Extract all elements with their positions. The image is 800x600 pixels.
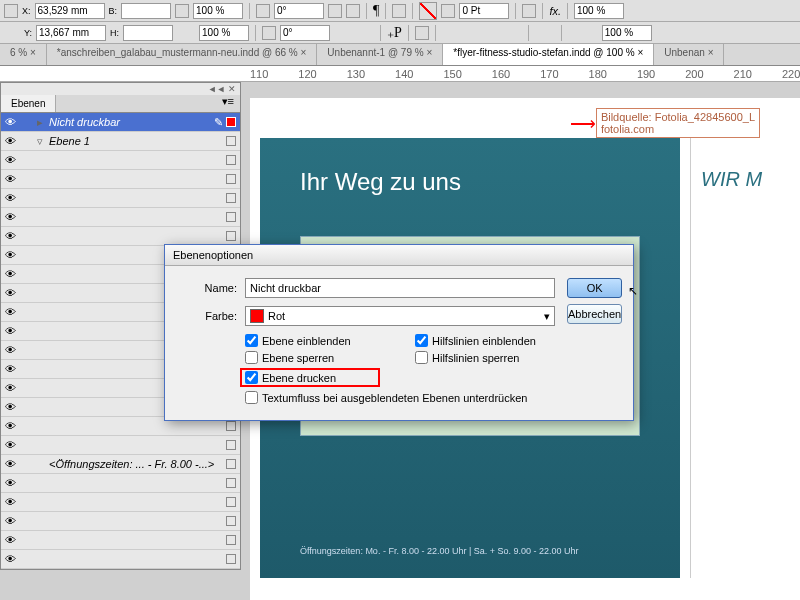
- visibility-toggle-icon[interactable]: 👁: [1, 211, 19, 223]
- distribute-icon[interactable]: [415, 26, 429, 40]
- angle1-input[interactable]: [274, 3, 324, 19]
- selection-square-icon[interactable]: [226, 459, 236, 469]
- visibility-toggle-icon[interactable]: 👁: [1, 173, 19, 185]
- layer-row[interactable]: 👁: [1, 436, 240, 455]
- corner-icon[interactable]: [522, 4, 536, 18]
- selection-square-icon[interactable]: [226, 155, 236, 165]
- visibility-toggle-icon[interactable]: 👁: [1, 154, 19, 166]
- x-input[interactable]: [35, 3, 105, 19]
- selection-square-icon[interactable]: [226, 117, 236, 127]
- panel-menu-icon[interactable]: ▾≡: [216, 95, 240, 112]
- lock-guides-check[interactable]: [415, 351, 428, 364]
- fx-icon[interactable]: fx.: [549, 5, 561, 17]
- visibility-toggle-icon[interactable]: 👁: [1, 116, 19, 128]
- layer-name-input[interactable]: [245, 278, 555, 298]
- dialog-titlebar[interactable]: Ebenenoptionen: [165, 245, 633, 266]
- shear-icon[interactable]: [262, 26, 276, 40]
- visibility-toggle-icon[interactable]: 👁: [1, 553, 19, 565]
- rotate-icon[interactable]: [256, 4, 270, 18]
- selection-square-icon[interactable]: [226, 193, 236, 203]
- lock-layer-check[interactable]: [245, 351, 258, 364]
- suppress-textwrap-check[interactable]: [245, 391, 258, 404]
- layer-row[interactable]: 👁▸Nicht druckbar✎: [1, 113, 240, 132]
- document-tab[interactable]: *flyer-fitness-studio-stefan.indd @ 100 …: [443, 44, 654, 65]
- disclosure-icon[interactable]: ▸: [33, 116, 47, 129]
- wpct-input[interactable]: [193, 3, 243, 19]
- visibility-toggle-icon[interactable]: 👁: [1, 420, 19, 432]
- visibility-toggle-icon[interactable]: 👁: [1, 325, 19, 337]
- ok-button[interactable]: OK ↖: [567, 278, 622, 298]
- selection-square-icon[interactable]: [226, 231, 236, 241]
- layer-row[interactable]: 👁: [1, 493, 240, 512]
- flip-h-icon[interactable]: [328, 4, 342, 18]
- stroke-swap-icon[interactable]: [441, 4, 455, 18]
- layer-row[interactable]: 👁▿Ebene 1: [1, 132, 240, 151]
- image-source-box[interactable]: Bildquelle: Fotolia_42845600_L fotolia.c…: [596, 108, 760, 138]
- document-tab[interactable]: Unbenannt-1 @ 79 % ×: [317, 44, 443, 65]
- visibility-toggle-icon[interactable]: 👁: [1, 496, 19, 508]
- visibility-toggle-icon[interactable]: 👁: [1, 135, 19, 147]
- paragraph-icon[interactable]: ¶: [373, 3, 379, 19]
- layer-row[interactable]: 👁: [1, 208, 240, 227]
- selection-square-icon[interactable]: [226, 212, 236, 222]
- h-input[interactable]: [123, 25, 173, 41]
- flip-v-icon[interactable]: [346, 4, 360, 18]
- document-tab[interactable]: Unbenan ×: [654, 44, 724, 65]
- visibility-toggle-icon[interactable]: 👁: [1, 363, 19, 375]
- cancel-button[interactable]: Abbrechen: [567, 304, 622, 324]
- w-input[interactable]: [121, 3, 171, 19]
- document-tab[interactable]: 6 % ×: [0, 44, 47, 65]
- show-layer-check[interactable]: [245, 334, 258, 347]
- visibility-toggle-icon[interactable]: 👁: [1, 534, 19, 546]
- selection-square-icon[interactable]: [226, 421, 236, 431]
- layer-row[interactable]: 👁<Öffnungszeiten: ... - Fr. 8.00 -...>: [1, 455, 240, 474]
- selection-square-icon[interactable]: [226, 497, 236, 507]
- visibility-toggle-icon[interactable]: 👁: [1, 439, 19, 451]
- visibility-toggle-icon[interactable]: 👁: [1, 401, 19, 413]
- disclosure-icon[interactable]: ▿: [33, 135, 47, 148]
- visibility-toggle-icon[interactable]: 👁: [1, 477, 19, 489]
- opacity-input[interactable]: [574, 3, 624, 19]
- hpct-input[interactable]: [199, 25, 249, 41]
- page-right[interactable]: WIR M: [690, 138, 800, 578]
- visibility-toggle-icon[interactable]: 👁: [1, 382, 19, 394]
- layers-panel-tab[interactable]: Ebenen: [1, 95, 56, 112]
- angle2-input[interactable]: [280, 25, 330, 41]
- layer-row[interactable]: 👁: [1, 170, 240, 189]
- visibility-toggle-icon[interactable]: 👁: [1, 306, 19, 318]
- fill-none-icon[interactable]: [419, 2, 437, 20]
- layer-row[interactable]: 👁: [1, 512, 240, 531]
- selection-square-icon[interactable]: [226, 174, 236, 184]
- selection-square-icon[interactable]: [226, 478, 236, 488]
- opacity2-input[interactable]: [602, 25, 652, 41]
- layer-row[interactable]: 👁: [1, 151, 240, 170]
- selection-square-icon[interactable]: [226, 554, 236, 564]
- y-input[interactable]: [36, 25, 106, 41]
- visibility-toggle-icon[interactable]: 👁: [1, 458, 19, 470]
- layer-row[interactable]: 👁: [1, 474, 240, 493]
- visibility-toggle-icon[interactable]: 👁: [1, 344, 19, 356]
- visibility-toggle-icon[interactable]: 👁: [1, 230, 19, 242]
- selection-square-icon[interactable]: [226, 516, 236, 526]
- anchor-icon[interactable]: [4, 4, 18, 18]
- visibility-toggle-icon[interactable]: 👁: [1, 515, 19, 527]
- document-tab[interactable]: *anschreiben_galabau_mustermann-neu.indd…: [47, 44, 317, 65]
- visibility-toggle-icon[interactable]: 👁: [1, 268, 19, 280]
- stroke-input[interactable]: [459, 3, 509, 19]
- layer-row[interactable]: 👁: [1, 550, 240, 569]
- p-style-icon[interactable]: ₊P: [387, 24, 402, 41]
- color-select[interactable]: Rot ▾: [245, 306, 555, 326]
- selection-square-icon[interactable]: [226, 535, 236, 545]
- visibility-toggle-icon[interactable]: 👁: [1, 192, 19, 204]
- show-guides-check[interactable]: [415, 334, 428, 347]
- visibility-toggle-icon[interactable]: 👁: [1, 249, 19, 261]
- layer-row[interactable]: 👁: [1, 189, 240, 208]
- layer-row[interactable]: 👁: [1, 531, 240, 550]
- print-layer-check[interactable]: [245, 371, 258, 384]
- link-icon[interactable]: [175, 4, 189, 18]
- visibility-toggle-icon[interactable]: 👁: [1, 287, 19, 299]
- selection-square-icon[interactable]: [226, 440, 236, 450]
- selection-square-icon[interactable]: [226, 136, 236, 146]
- cursor-icon: ↖: [628, 284, 638, 298]
- align-icon[interactable]: [392, 4, 406, 18]
